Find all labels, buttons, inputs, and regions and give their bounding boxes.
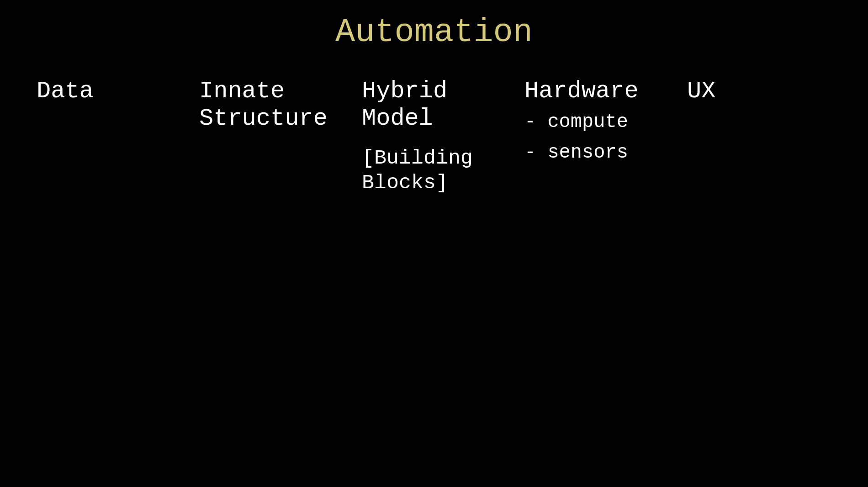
hardware-item-sensors: - sensors [524,139,669,166]
col-hybrid-model: Hybrid Model [Building Blocks] [353,73,515,200]
page-title: Automation [0,14,868,51]
col-hardware-heading: Hardware [524,78,669,105]
hardware-item-compute: - compute [524,109,669,136]
col-hybrid-model-heading: Hybrid Model [362,78,506,132]
col-hardware: Hardware - compute - sensors [515,73,678,170]
col-data-heading: Data [37,78,181,105]
col-ux-heading: UX [687,78,831,105]
col-hybrid-model-sub: [Building Blocks] [362,146,506,196]
page-container: Automation Data Innate Structure Hybrid … [0,0,868,487]
col-innate-structure: Innate Structure [190,73,353,137]
columns-container: Data Innate Structure Hybrid Model [Buil… [27,73,841,200]
col-innate-structure-heading: Innate Structure [199,78,344,132]
col-ux: UX [678,73,841,110]
col-data: Data [27,73,190,110]
